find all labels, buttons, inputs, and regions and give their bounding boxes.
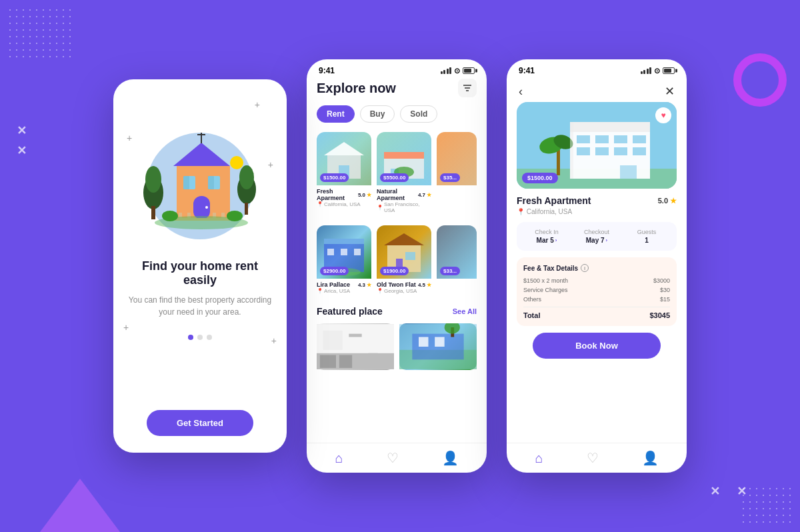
- detail-status-time: 9:41: [519, 66, 535, 75]
- svg-point-4: [239, 165, 254, 189]
- prop-name-row-1: Fresh Aparment 5.0 ★: [317, 188, 371, 201]
- detail-wifi-icon: ⊙: [654, 67, 660, 75]
- prop-name-4: Lira Pallace: [317, 281, 350, 288]
- property-card-3[interactable]: $35...: [437, 132, 477, 216]
- x-mark-1: ✕: [17, 123, 27, 138]
- svg-rect-38: [327, 249, 334, 255]
- guests-value: 1: [623, 237, 670, 244]
- nav-home-icon[interactable]: ⌂: [335, 451, 343, 466]
- svg-rect-52: [323, 331, 343, 350]
- pin-1: 📍: [317, 201, 323, 207]
- detail-nav-header: ‹ ✕: [507, 79, 687, 102]
- prop-location-2: 📍San Francisco, USA: [377, 201, 431, 213]
- properties-grid-row1: $1500.00 Fresh Aparment 5.0 ★ 📍Californi…: [317, 132, 477, 216]
- star-2: ★: [427, 192, 431, 198]
- close-button[interactable]: ✕: [665, 84, 675, 99]
- phone-explore: 9:41 ⊙ Explore now: [307, 59, 487, 473]
- svg-rect-77: [570, 122, 573, 179]
- phones-container: + + + + +: [0, 0, 800, 532]
- detail-nav-heart-icon[interactable]: ♡: [587, 450, 599, 466]
- svg-rect-40: [354, 249, 361, 255]
- property-card-1[interactable]: $1500.00 Fresh Aparment 5.0 ★ 📍Californi…: [317, 132, 371, 216]
- rating-star: ★: [670, 197, 677, 205]
- back-button[interactable]: ‹: [519, 85, 523, 99]
- see-all-button[interactable]: See All: [453, 307, 477, 315]
- prop-rating-5: 4.5 ★: [418, 282, 431, 288]
- filter-button[interactable]: [458, 79, 477, 97]
- featured-img-2[interactable]: [399, 323, 477, 370]
- tab-sold[interactable]: Sold: [400, 105, 437, 123]
- property-card-4[interactable]: $2900.00 Lira Pallace 4.3 ★ 📍Arica, USA: [317, 225, 371, 297]
- fee-value-3: $15: [660, 296, 670, 303]
- svg-rect-66: [595, 135, 609, 143]
- property-card-5[interactable]: $1900.00 Old Twon Flat 4.5 ★ 📍Georgia, U…: [377, 225, 431, 297]
- svg-point-1: [145, 166, 161, 193]
- property-card-2[interactable]: $5500.00 Natural Aparment 4.7 ★ 📍San Fra…: [377, 132, 431, 216]
- pin-4: 📍: [317, 288, 323, 294]
- wifi-icon: ⊙: [454, 67, 460, 75]
- checkin-chevron: ›: [555, 237, 557, 243]
- get-started-button[interactable]: Get Started: [147, 410, 253, 436]
- svg-rect-33: [384, 152, 424, 159]
- prop-info-1: Fresh Aparment 5.0 ★ 📍California, USA: [317, 185, 371, 210]
- house-illustration: [140, 113, 260, 246]
- svg-rect-44: [396, 259, 403, 267]
- prop-info-4: Lira Pallace 4.3 ★ 📍Arica, USA: [317, 279, 371, 297]
- properties-grid-row2: $2900.00 Lira Pallace 4.3 ★ 📍Arica, USA: [317, 225, 477, 297]
- nav-heart-icon[interactable]: ♡: [387, 450, 399, 466]
- explore-title: Explore now: [317, 81, 396, 96]
- svg-rect-9: [197, 134, 205, 135]
- status-bar: 9:41 ⊙: [307, 59, 487, 79]
- filter-icon: [463, 83, 472, 93]
- checkin-value: Mar 5 ›: [523, 237, 570, 244]
- prop-img-2: $5500.00: [377, 132, 431, 185]
- hero-heart-button[interactable]: ♥: [655, 107, 671, 123]
- property-card-6[interactable]: $33...: [437, 225, 477, 297]
- svg-rect-67: [614, 135, 627, 143]
- dbar3: [647, 69, 649, 74]
- book-now-button[interactable]: Book Now: [533, 333, 661, 359]
- deco-plus-2: +: [127, 133, 132, 143]
- detail-nav-home-icon[interactable]: ⌂: [535, 451, 543, 466]
- prop-location-1: 📍California, USA: [317, 201, 371, 207]
- prop-rating-2: 4.7 ★: [418, 192, 431, 198]
- location-pin: 📍: [517, 208, 527, 215]
- checkout-col: Checkout May 7 ›: [573, 229, 620, 244]
- fee-row-1: $1500 x 2 month $3000: [523, 277, 670, 284]
- signal-bars: [441, 67, 452, 74]
- prop-img-1: $1500.00: [317, 132, 371, 185]
- svg-point-23: [230, 156, 243, 169]
- property-hero: $1500.00 ♥: [517, 102, 677, 189]
- apt-name: Fresh Apartment: [517, 195, 591, 206]
- detail-nav-profile-icon[interactable]: 👤: [642, 450, 659, 466]
- svg-rect-39: [341, 249, 347, 255]
- tab-rent[interactable]: Rent: [317, 105, 355, 123]
- bar3: [447, 69, 449, 74]
- booking-box: Check In Mar 5 › Checkout May 7 ›: [517, 222, 677, 251]
- guests-col: Guests 1: [623, 229, 670, 244]
- total-label: Total: [523, 311, 540, 319]
- nav-profile-icon[interactable]: 👤: [442, 450, 459, 466]
- pin-2: 📍: [377, 205, 383, 211]
- svg-rect-68: [633, 135, 646, 143]
- fee-total-row: Total $3045: [523, 311, 670, 319]
- featured-img-1[interactable]: [317, 323, 394, 370]
- svg-rect-2: [151, 206, 155, 219]
- fee-title-text: Fee & Tax Details: [523, 265, 578, 272]
- info-icon: i: [581, 264, 589, 272]
- checkin-label: Check In: [523, 229, 570, 235]
- onboarding-subtitle: You can find the best property according…: [127, 294, 273, 318]
- svg-rect-70: [595, 147, 609, 155]
- checkout-value: May 7 ›: [573, 237, 620, 244]
- hero-image: $1500.00 ♥: [517, 102, 677, 189]
- prop-img-4: $2900.00: [317, 225, 371, 279]
- prop-img-3: $35...: [437, 132, 477, 185]
- onboarding-title: Find your home rent easily: [127, 259, 273, 287]
- tab-buy[interactable]: Buy: [360, 105, 395, 123]
- svg-point-24: [162, 211, 178, 221]
- bar2: [443, 70, 445, 74]
- dot-1: [188, 335, 193, 340]
- star-4: ★: [367, 282, 371, 288]
- svg-point-25: [227, 211, 243, 221]
- bottom-nav-detail: ⌂ ♡ 👤: [507, 443, 687, 473]
